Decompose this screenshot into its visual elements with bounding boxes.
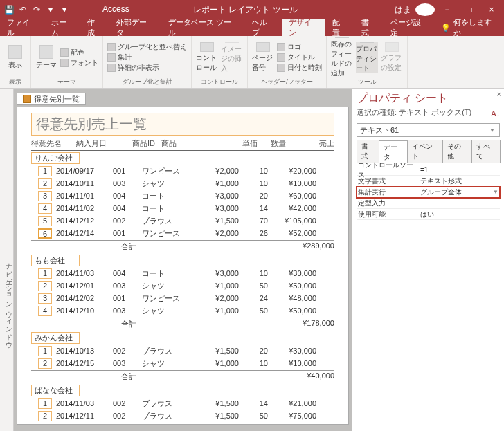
navigation-pane[interactable]: ナビゲーション ウィンドウ (0, 89, 14, 431)
group-name[interactable]: ばなな会社 (31, 385, 80, 396)
cell-amount: ¥50,000 (268, 306, 316, 315)
close-button[interactable]: × (482, 5, 501, 15)
table-row[interactable]: 12014/09/17001ワンピース¥2,00010¥20,000 (31, 165, 334, 177)
minimize-button[interactable]: − (438, 5, 457, 15)
row-number[interactable]: 2 (38, 178, 52, 189)
group-name[interactable]: もも会社 (31, 255, 80, 266)
table-row[interactable]: 42014/11/02004コート¥3,00014¥42,000 (31, 202, 334, 214)
qat-icon[interactable]: ▾ (58, 3, 71, 16)
tab-pagesetup[interactable]: ページ設定 (384, 19, 435, 36)
redo-icon[interactable]: ↷ (30, 3, 43, 16)
logo-button[interactable]: ロゴ (277, 42, 322, 52)
row-number[interactable]: 4 (38, 203, 52, 214)
pagenum-button[interactable]: ページ番号 (252, 42, 274, 73)
row-number[interactable]: 2 (38, 281, 52, 291)
property-row[interactable]: 集計実行グループ全体▼ (357, 187, 500, 198)
row-number[interactable]: 3 (38, 191, 52, 201)
table-row[interactable]: 32014/11/01004コート¥3,00020¥60,000 (31, 190, 334, 202)
tab-file[interactable]: ファイル (0, 19, 44, 36)
property-value[interactable]: =1 (419, 166, 500, 174)
qat-icon[interactable]: ▾ (44, 3, 57, 16)
addfields-button[interactable]: 既存のフィールドの追加 (331, 42, 353, 73)
prop-tab-data[interactable]: データ (379, 140, 408, 163)
tell-me[interactable]: 💡 何をしますか (435, 19, 504, 36)
property-row[interactable]: コントロールソース=1 (357, 165, 500, 176)
colors-icon (60, 48, 69, 57)
controls-button[interactable]: コントロール (196, 42, 218, 73)
group-name[interactable]: みかん会社 (31, 332, 80, 344)
property-row[interactable]: 文字書式テキスト形式 (357, 176, 500, 187)
title-button[interactable]: タイトル (277, 53, 322, 62)
table-row[interactable]: 22014/10/11003シャツ¥1,00010¥10,000 (31, 177, 334, 190)
table-row[interactable]: 12014/11/03004コート¥3,00010¥30,000 (31, 267, 334, 279)
object-selector[interactable]: テキスト61 ▼ (357, 123, 500, 137)
table-row[interactable]: 22014/12/11002ブラウス¥1,50050¥75,000 (31, 410, 334, 422)
hidedetails-button[interactable]: 詳細の非表示 (107, 63, 187, 73)
maximize-button[interactable]: □ (460, 5, 479, 15)
prop-tab-format[interactable]: 書式 (357, 140, 379, 163)
propsheet-button[interactable]: プロパティシート (356, 42, 378, 73)
table-row[interactable]: 32014/12/02001ワンピース¥2,00024¥48,000 (31, 292, 334, 304)
property-row[interactable]: 定型入力 (357, 198, 500, 209)
property-value[interactable]: グループ全体▼ (419, 187, 500, 197)
table-row[interactable]: 52014/12/12002ブラウス¥1,50070¥105,000 (31, 214, 334, 227)
prop-tab-all[interactable]: すべて (471, 140, 501, 163)
col-date: 納入月日 (76, 138, 132, 149)
tab-home[interactable]: ホーム (44, 19, 81, 36)
row-number[interactable]: 6 (38, 228, 52, 239)
prop-tab-other[interactable]: その他 (442, 140, 471, 163)
row-number[interactable]: 1 (38, 398, 52, 409)
table-row[interactable]: 22014/12/01003シャツ¥1,00050¥50,000 (31, 279, 334, 292)
row-number[interactable]: 1 (38, 166, 52, 176)
user-name[interactable]: はま (393, 4, 413, 16)
table-row[interactable]: 42014/12/10003シャツ¥1,00050¥50,000 (31, 304, 334, 317)
table-row[interactable]: 12014/11/03002ブラウス¥1,50014¥21,000 (31, 397, 334, 410)
row-number[interactable]: 3 (38, 293, 52, 304)
groupsort-button[interactable]: グループ化と並べ替え (107, 42, 187, 52)
tab-dbtools[interactable]: データベース ツール (161, 19, 245, 36)
tab-create[interactable]: 作成 (80, 19, 109, 36)
datetime-button[interactable]: 日付と時刻 (277, 63, 322, 73)
undo-icon[interactable]: ↶ (17, 3, 29, 16)
cell-amount: ¥52,000 (268, 229, 316, 237)
property-tabs: 書式 データ イベント その他 すべて (357, 140, 500, 163)
views-button[interactable]: 表示 (4, 42, 26, 73)
tab-external[interactable]: 外部データ (109, 19, 161, 36)
row-number[interactable]: 1 (38, 346, 52, 356)
table-row[interactable]: 62014/12/14001ワンピース¥2,00026¥52,000 (31, 227, 334, 239)
save-icon[interactable]: 💾 (3, 3, 15, 16)
report-title[interactable]: 得意先別売上一覧 (31, 113, 334, 136)
themes-button[interactable]: テーマ (35, 42, 57, 73)
colors-label: 配色 (71, 48, 84, 57)
report-tab[interactable]: 得意先別一覧 (17, 93, 86, 105)
fonts-button[interactable]: フォント (60, 58, 98, 68)
insertimage-button[interactable]: イメージの挿入 (221, 42, 243, 73)
row-number[interactable]: 2 (38, 358, 52, 369)
table-row[interactable]: 12014/10/13002ブラウス¥1,50020¥30,000 (31, 345, 334, 357)
property-row[interactable]: 使用可能はい (357, 209, 500, 220)
row-number[interactable]: 4 (38, 306, 52, 316)
totals-button[interactable]: 集計 (107, 53, 187, 62)
row-number[interactable]: 2 (38, 411, 52, 421)
chevron-down-icon: ▼ (489, 127, 496, 134)
row-number[interactable]: 1 (38, 268, 52, 279)
colors-button[interactable]: 配色 (60, 48, 98, 57)
tab-design[interactable]: デザイン (282, 19, 326, 36)
chart-button[interactable]: グラフの設定 (381, 42, 403, 73)
close-icon[interactable]: × (497, 90, 501, 98)
cell-product: コート (142, 268, 203, 279)
tab-arrange[interactable]: 配置 (325, 19, 354, 36)
property-value[interactable]: はい (419, 210, 500, 219)
tab-format[interactable]: 書式 (354, 19, 384, 36)
group-name[interactable]: りんご会社 (31, 152, 80, 164)
sort-icon[interactable]: A↓ (491, 109, 500, 118)
avatar[interactable] (415, 3, 435, 16)
lightbulb-icon: 💡 (441, 24, 451, 33)
table-row[interactable]: 22014/12/15003シャツ¥1,00010¥10,000 (31, 357, 334, 369)
tab-help[interactable]: ヘルプ (245, 19, 282, 36)
cell-amount: ¥10,000 (268, 359, 316, 367)
report-surface[interactable]: 得意先別売上一覧 得意先名 納入月日 商品ID 商品 単価 数量 売上 りんご会… (17, 107, 349, 425)
property-value[interactable]: テキスト形式 (419, 176, 500, 186)
prop-tab-event[interactable]: イベント (407, 140, 443, 163)
row-number[interactable]: 5 (38, 216, 52, 226)
